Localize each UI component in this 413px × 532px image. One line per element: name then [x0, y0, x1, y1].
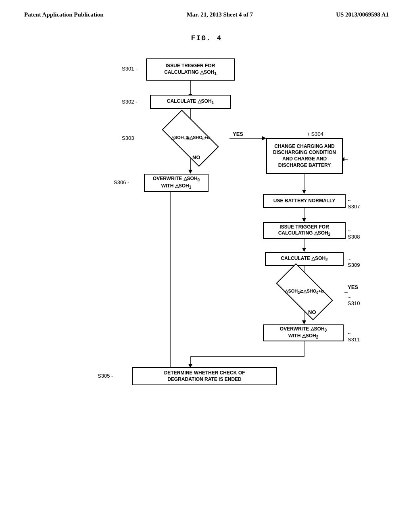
s303-diamond: △SOH1≧△SHO0+α: [150, 122, 231, 154]
s307-label: USE BATTERY NORMALLY: [273, 198, 335, 204]
s302-label: CALCULATE △SOH1: [167, 98, 214, 105]
yes1-label: YES: [233, 131, 243, 137]
svg-marker-9: [302, 190, 306, 194]
s307-box: USE BATTERY NORMALLY: [263, 194, 346, 208]
svg-marker-5: [262, 136, 266, 140]
s303-diamond-text: △SOH1≧△SHO0+α: [171, 135, 210, 142]
s309-label: CALCULATE △SOH2: [281, 256, 327, 262]
s308-box: ISSUE TRIGGER FORCALCULATING △SOH2: [263, 222, 346, 239]
svg-marker-11: [302, 218, 306, 222]
s306-box: OVERWRITE △SOH0WITH △SOH1: [144, 174, 209, 192]
no2-label: NO: [308, 309, 316, 315]
svg-marker-21: [302, 320, 306, 324]
s309-box: CALCULATE △SOH2: [265, 252, 344, 266]
svg-marker-13: [302, 248, 306, 252]
s302-step: S302 ‐: [122, 99, 137, 105]
s304-label: CHANGE CHARGING ANDDISCHARGING CONDITION…: [273, 143, 336, 168]
s307-step: ~ S307: [348, 197, 360, 210]
s309-step: ~ S309: [348, 256, 360, 268]
s304-step: ∖ S304: [307, 131, 323, 137]
s301-label: ISSUE TRIGGER FORCALCULATING △SOH1: [164, 63, 217, 76]
s308-label: ISSUE TRIGGER FORCALCULATING △SOH2: [278, 224, 331, 237]
no1-label: NO: [192, 154, 200, 160]
svg-marker-7: [188, 170, 192, 174]
s305-box: DETERMINE WHETHER CHECK OFDEGRADATION RA…: [132, 367, 277, 385]
s301-box: ISSUE TRIGGER FORCALCULATING △SOH1: [146, 58, 235, 81]
s311-step: ~ S311: [348, 330, 360, 343]
figure-title: FIG. 4: [0, 34, 413, 42]
s306-label: OVERWRITE △SOH0WITH △SOH1: [153, 176, 200, 190]
flowchart-container: ISSUE TRIGGER FORCALCULATING △SOH1 S301 …: [65, 50, 348, 474]
s310-step: ~ S310: [348, 294, 360, 306]
header-right: US 2013/0069598 A1: [336, 11, 389, 18]
s305-label: DETERMINE WHETHER CHECK OFDEGRADATION RA…: [164, 370, 245, 382]
s301-step: S301 ‐: [122, 66, 137, 72]
header-middle: Mar. 21, 2013 Sheet 4 of 7: [187, 11, 253, 18]
s310-diamond-text: △SOH2≧△SHO0+α: [285, 288, 323, 295]
s306-step: S306 ‐: [114, 179, 129, 185]
s308-step: ~ S308: [348, 228, 360, 240]
s311-label: OVERWRITE △SOH0WITH △SOH2: [280, 326, 327, 340]
s311-box: OVERWRITE △SOH0WITH △SOH2: [263, 324, 344, 341]
s304-box: CHANGE CHARGING ANDDISCHARGING CONDITION…: [266, 138, 343, 174]
s305-step: S305 ‐: [98, 373, 113, 379]
header-left: Patent Application Publication: [24, 11, 104, 18]
s302-box: CALCULATE △SOH1: [150, 95, 231, 109]
s303-step: S303: [122, 135, 134, 141]
s310-diamond: △SOH2≧△SHO0+α: [263, 275, 346, 308]
page-header: Patent Application Publication Mar. 21, …: [0, 0, 413, 22]
yes2-label: YES: [348, 284, 358, 290]
